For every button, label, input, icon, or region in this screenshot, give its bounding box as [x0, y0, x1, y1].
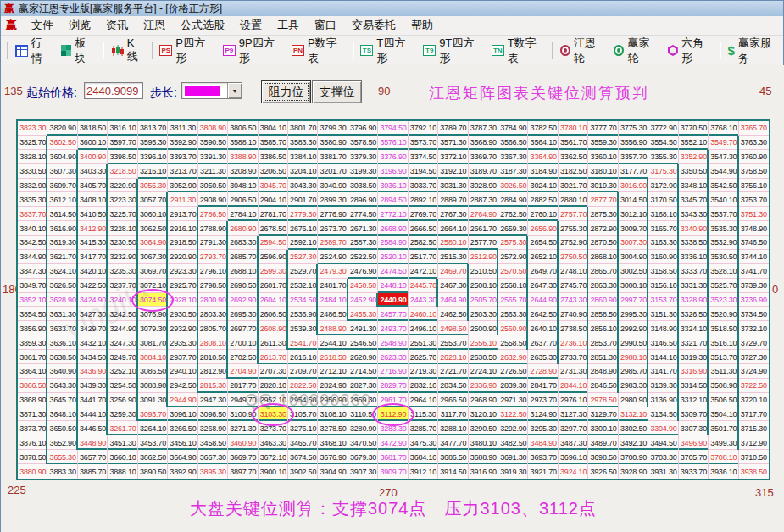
matrix-cell: 2661.70 — [469, 221, 498, 236]
toolbar-item-6[interactable]: TST四方形 — [355, 40, 418, 62]
toolbar-item-5[interactable]: PNP数字表 — [286, 40, 349, 62]
matrix-cell: 3148.90 — [648, 321, 678, 335]
matrix-cell: 3712.90 — [739, 435, 769, 450]
matrix-cell: 3300.10 — [588, 421, 618, 435]
matrix-cell: 2642.50 — [528, 307, 558, 321]
matrix-cell: 2760.10 — [528, 207, 558, 221]
matrix-cell: 3100.90 — [228, 407, 258, 422]
menu-item-9[interactable]: 帮助 — [403, 19, 441, 31]
toolbar-item-10[interactable]: 赢家轮 — [609, 40, 663, 62]
toolbar-item-3[interactable]: PSP四方形 — [154, 40, 217, 62]
resistance-button[interactable]: 阻力位 — [261, 80, 311, 103]
start-price-input[interactable] — [84, 82, 143, 99]
matrix-cell: 2805.70 — [198, 321, 228, 335]
toolbar-item-0[interactable]: 行情 — [10, 40, 56, 62]
matrix-cell: 2484.10 — [318, 293, 348, 308]
matrix-cell: 3170.50 — [648, 192, 678, 207]
matrix-cell: 2918.50 — [168, 236, 197, 250]
toolbar-item-2[interactable]: K线 — [106, 40, 148, 62]
menu-item-8[interactable]: 交易委托 — [344, 19, 403, 31]
toolbar-separator — [720, 42, 720, 59]
matrix-cell: 3674.50 — [288, 450, 318, 464]
matrix-cell: 2755.30 — [559, 221, 588, 236]
matrix-cell: 2512.90 — [469, 250, 498, 264]
angle-label-135: 135 — [4, 85, 23, 97]
matrix-cell: 3604.90 — [47, 150, 77, 164]
matrix-cell: 3864.10 — [18, 364, 47, 379]
toolbar-item-7[interactable]: T99T四方形 — [418, 40, 486, 62]
title-bar[interactable]: 赢 赢家江恩专业版[赢家服务平台] - [价格正方形] — [1, 1, 783, 16]
matrix-cell: 3566.50 — [498, 136, 528, 150]
matrix-cell: 3645.70 — [47, 393, 77, 407]
matrix-cell: 3208.90 — [228, 164, 258, 179]
child-window-icon[interactable]: 赢 — [1, 18, 24, 33]
matrix-cell: 3585.70 — [259, 136, 288, 150]
matrix-cell: 3036.10 — [378, 179, 408, 193]
matrix-cell: 2572.90 — [498, 250, 528, 264]
matrix-cell: 2887.30 — [469, 192, 498, 207]
matrix-cell: 2515.30 — [438, 250, 468, 264]
matrix-cell: 2961.70 — [378, 393, 408, 407]
matrix-cell: 3823.30 — [18, 121, 47, 136]
matrix-cell: 3024.10 — [528, 179, 558, 193]
matrix-cell: 3590.50 — [198, 136, 228, 150]
matrix-cell: 2668.90 — [378, 221, 408, 236]
matrix-cell: 3182.50 — [559, 164, 588, 179]
menu-item-7[interactable]: 窗口 — [307, 19, 344, 31]
matrix-cell: 2952.10 — [259, 393, 288, 407]
step-color-dropdown[interactable]: ▼ — [181, 82, 242, 99]
matrix-cell: 3700.90 — [619, 450, 648, 464]
matrix-cell: 3614.50 — [47, 207, 77, 221]
matrix-cell: 3187.30 — [498, 164, 528, 179]
matrix-cell: 3127.30 — [559, 407, 588, 422]
toolbar-separator — [552, 42, 553, 59]
matrix-cell: 2452.90 — [348, 293, 378, 308]
menu-item-4[interactable]: 公式选股 — [173, 19, 232, 31]
toolbar-item-11[interactable]: 六角形 — [663, 40, 717, 62]
matrix-cell: 2812.90 — [198, 364, 228, 379]
toolbar-item-1[interactable]: 板块 — [56, 40, 100, 62]
matrix-cell: 2544.10 — [318, 335, 348, 350]
matrix-cell: 3009.70 — [619, 221, 648, 236]
matrix-cell: 2901.70 — [288, 192, 318, 207]
matrix-cell: 2889.70 — [438, 192, 468, 207]
chevron-down-icon[interactable]: ▼ — [227, 83, 242, 98]
matrix-cell: 3628.90 — [47, 293, 77, 308]
toolbar-item-4[interactable]: P99P四方形 — [218, 40, 286, 62]
matrix-cell: 2546.50 — [348, 335, 378, 350]
matrix-cell: 2932.90 — [168, 321, 197, 335]
matrix-cell: 3840.10 — [18, 221, 47, 236]
matrix-cell: 2697.70 — [228, 321, 258, 335]
matrix-cell: 3609.70 — [47, 179, 77, 193]
menu-item-0[interactable]: 文件 — [24, 19, 61, 31]
support-button[interactable]: 支撑位 — [312, 80, 362, 103]
toolbar-item-label: 六角形 — [681, 36, 712, 66]
menu-item-6[interactable]: 工具 — [270, 19, 307, 31]
matrix-cell: 2534.50 — [288, 293, 318, 308]
matrix-cell: 3468.10 — [318, 435, 348, 450]
menu-item-3[interactable]: 江恩 — [136, 19, 173, 31]
matrix-cell: 3271.30 — [228, 421, 258, 435]
candlestick-icon — [111, 45, 124, 57]
matrix-cell: 2719.30 — [409, 364, 438, 379]
matrix-cell: 3165.70 — [648, 221, 678, 236]
matrix-cell: 3160.90 — [648, 250, 678, 264]
matrix-cell: 2954.50 — [288, 393, 318, 407]
toolbar-item-12[interactable]: $赢家服务 — [723, 40, 783, 62]
toolbar-item-8[interactable]: TNT数字表 — [487, 40, 549, 62]
matrix-cell: 3151.30 — [648, 307, 678, 321]
matrix-cell: 2894.50 — [378, 192, 408, 207]
matrix-cell: 3600.10 — [78, 136, 108, 150]
badge-PN-icon: PN — [292, 45, 304, 56]
matrix-cell: 3314.50 — [679, 379, 709, 393]
menu-item-2[interactable]: 资讯 — [98, 19, 136, 31]
matrix-cell: 3912.10 — [409, 464, 438, 479]
gann-wheel-icon — [560, 45, 570, 56]
matrix-cell: 2858.50 — [588, 307, 618, 321]
matrix-cell: 3830.50 — [18, 164, 47, 179]
matrix-cell: 2517.70 — [409, 250, 438, 264]
menu-item-5[interactable]: 设置 — [232, 19, 270, 31]
matrix-cell: 3835.30 — [18, 192, 47, 207]
toolbar-item-9[interactable]: 江恩轮 — [555, 40, 609, 62]
menu-item-1[interactable]: 浏览 — [61, 19, 98, 31]
